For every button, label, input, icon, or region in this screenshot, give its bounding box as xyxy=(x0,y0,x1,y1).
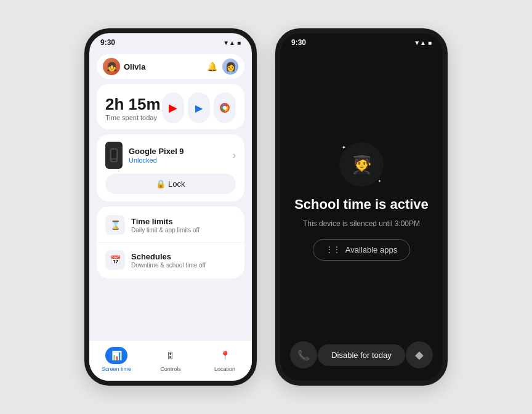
status-icons-dark: ▼▲ ■ xyxy=(414,39,432,46)
profile-avatar[interactable]: 👩 xyxy=(222,59,238,75)
bell-icon[interactable]: 🔔 xyxy=(207,62,217,71)
school-subtitle: This device is silenced until 3:00PM xyxy=(303,219,420,228)
status-bar-dark: 9:30 ▼▲ ■ xyxy=(280,33,443,49)
user-name: Olivia xyxy=(124,62,145,71)
light-phone: 9:30 ▼▲ ■ 👧 Olivia 🔔 👩 xyxy=(84,28,257,386)
diamond-button[interactable]: ◆ xyxy=(406,341,433,368)
app-icons-row: ▶ ▶ xyxy=(162,92,236,123)
battery-icon-dark: ■ xyxy=(428,39,432,46)
time-limits-item[interactable]: ⌛ Time limits Daily limit & app limits o… xyxy=(97,208,244,242)
controls-nav-label: Controls xyxy=(160,366,181,372)
battery-icon: ■ xyxy=(237,39,241,46)
location-nav-icon: 📍 xyxy=(214,347,236,364)
status-time-dark: 9:30 xyxy=(291,38,306,47)
screen-time-nav-label: Screen time xyxy=(102,366,131,372)
school-title: School time is active xyxy=(294,197,429,213)
big-time: 2h 15m xyxy=(105,95,161,114)
dark-phone-bottom: 📞 Disable for today ◆ xyxy=(280,341,443,381)
controls-nav-icon: 🎛 xyxy=(159,347,182,364)
svg-point-2 xyxy=(223,106,227,110)
svg-rect-4 xyxy=(112,160,116,161)
app-youtube[interactable]: ▶ xyxy=(162,92,184,123)
app-play[interactable]: ▶ xyxy=(188,92,210,123)
time-row: 2h 15m Time spent today ▶ ▶ xyxy=(105,92,236,123)
dark-phone: 9:30 ▼▲ ■ 🧑‍🎓 School time is active This… xyxy=(275,28,448,386)
school-person-emoji: 🧑‍🎓 xyxy=(351,155,373,175)
time-limits-title: Time limits xyxy=(131,217,236,226)
light-phone-content: 👧 Olivia 🔔 👩 2h 15m Time spent today ▶ xyxy=(89,49,252,340)
wifi-icon: ▼▲ xyxy=(223,39,235,46)
screen-time-nav-icon: 📊 xyxy=(105,347,127,364)
device-name: Google Pixel 9 xyxy=(129,147,227,156)
wifi-icon-dark: ▼▲ xyxy=(414,39,426,46)
lock-button[interactable]: 🔒 Lock xyxy=(105,174,236,194)
schedules-sub: Downtime & school time off xyxy=(131,262,236,269)
status-icons-light: ▼▲ ■ xyxy=(223,39,241,46)
chevron-icon: › xyxy=(233,150,236,160)
nav-screen-time[interactable]: 📊 Screen time xyxy=(89,347,143,372)
time-info: 2h 15m Time spent today xyxy=(105,95,161,121)
status-bar-light: 9:30 ▼▲ ■ xyxy=(89,33,252,49)
device-icon xyxy=(105,142,123,169)
user-left: 👧 Olivia xyxy=(103,58,145,75)
screen-time-card: 2h 15m Time spent today ▶ ▶ xyxy=(97,84,244,129)
user-bar: 👧 Olivia 🔔 👩 xyxy=(97,54,244,79)
time-label: Time spent today xyxy=(105,114,161,121)
menu-card: ⌛ Time limits Daily limit & app limits o… xyxy=(97,206,244,278)
available-apps-label: Available apps xyxy=(345,245,397,254)
svg-rect-5 xyxy=(111,150,116,158)
device-row: Google Pixel 9 Unlocked › xyxy=(105,142,236,169)
schedules-title: Schedules xyxy=(131,252,236,261)
school-icon-circle: 🧑‍🎓 xyxy=(339,142,384,187)
schedules-icon: 📅 xyxy=(105,250,125,270)
bottom-nav: 📊 Screen time 🎛 Controls 📍 Location xyxy=(89,340,252,381)
available-apps-button[interactable]: ⋮⋮ Available apps xyxy=(313,239,410,261)
dark-phone-content: 🧑‍🎓 School time is active This device is… xyxy=(280,49,443,341)
device-info: Google Pixel 9 Unlocked xyxy=(129,147,227,164)
avatar-small: 👧 xyxy=(103,58,120,75)
apps-grid-icon: ⋮⋮ xyxy=(326,245,341,254)
device-card: Google Pixel 9 Unlocked › 🔒 Lock xyxy=(97,134,244,201)
time-limits-icon: ⌛ xyxy=(105,215,125,235)
time-limits-info: Time limits Daily limit & app limits off xyxy=(131,217,236,233)
nav-controls[interactable]: 🎛 Controls xyxy=(143,347,198,372)
time-limits-sub: Daily limit & app limits off xyxy=(131,227,236,233)
location-nav-label: Location xyxy=(214,366,235,372)
schedules-item[interactable]: 📅 Schedules Downtime & school time off xyxy=(97,242,244,277)
user-bar-icons: 🔔 👩 xyxy=(207,59,238,75)
call-button[interactable]: 📞 xyxy=(290,341,317,368)
nav-location[interactable]: 📍 Location xyxy=(198,347,252,372)
disable-for-today-button[interactable]: Disable for today xyxy=(318,344,405,366)
app-chrome[interactable] xyxy=(214,92,236,123)
status-time-light: 9:30 xyxy=(100,38,115,47)
schedules-info: Schedules Downtime & school time off xyxy=(131,252,236,269)
device-status: Unlocked xyxy=(129,156,227,164)
